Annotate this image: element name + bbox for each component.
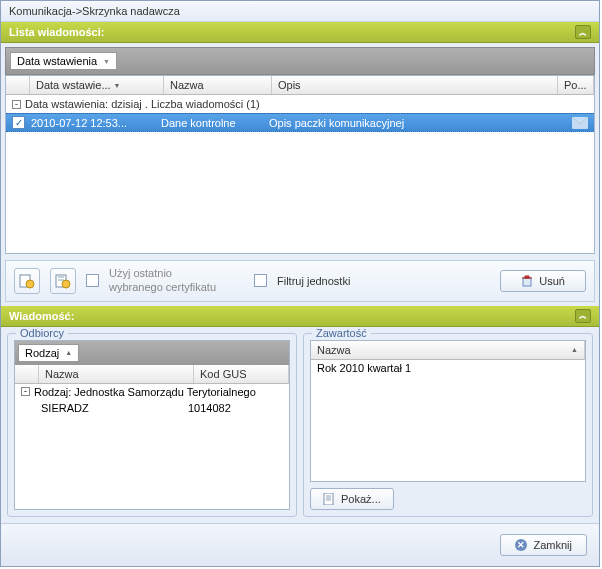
content-col[interactable]: Nazwa ▲ — [311, 341, 585, 359]
section-title-2: Wiadomość: — [9, 310, 74, 322]
message-detail-area: Odbiorcy Rodzaj ▲ Nazwa Kod GUS - Ro — [1, 327, 599, 524]
message-list-area: Data wstawienia ▼ Data wstawie... ▼ Nazw… — [1, 43, 599, 306]
recipients-group-bar: Rodzaj ▲ — [15, 341, 289, 365]
svg-rect-6 — [324, 493, 333, 505]
cell-name: Dane kontrolne — [161, 117, 269, 129]
use-last-cert-checkbox[interactable] — [86, 274, 99, 287]
content-fieldset: Zawartość Nazwa ▲ Rok 2010 kwartał 1 Pok… — [303, 333, 593, 518]
cert-button-2[interactable] — [50, 268, 76, 294]
filter-units-checkbox[interactable] — [254, 274, 267, 287]
group-pill-label: Data wstawienia — [17, 55, 97, 67]
svg-point-4 — [62, 280, 70, 288]
section-title: Lista wiadomości: — [9, 26, 104, 38]
sort-desc-icon: ▼ — [114, 82, 121, 89]
table-row[interactable]: ✓ 2010-07-12 12:53... Dane kontrolne Opi… — [6, 113, 594, 132]
recipients-grid: Rodzaj ▲ Nazwa Kod GUS - Rodzaj: Jednost… — [14, 340, 290, 511]
col-expand[interactable] — [15, 365, 39, 383]
document-icon — [323, 493, 335, 505]
delete-icon — [521, 275, 533, 287]
sort-asc-icon-2: ▲ — [571, 346, 578, 353]
content-body: Rok 2010 kwartał 1 — [311, 360, 585, 482]
cert-button-1[interactable] — [14, 268, 40, 294]
close-icon: ✕ — [515, 539, 527, 551]
group-row[interactable]: - Data wstawienia: dzisiaj . Liczba wiad… — [6, 95, 594, 113]
col-kodgus[interactable]: Kod GUS — [194, 365, 289, 383]
recipients-body: - Rodzaj: Jednostka Samorządu Terytorial… — [15, 384, 289, 510]
main-window: Komunikacja->Skrzynka nadawcza Lista wia… — [0, 0, 600, 567]
column-date[interactable]: Data wstawie... ▼ — [30, 76, 164, 94]
cell-desc: Opis paczki komunikacyjnej — [269, 117, 572, 129]
group-row-label: Data wstawienia: dzisiaj . Liczba wiadom… — [25, 98, 260, 110]
recipients-legend: Odbiorcy — [16, 327, 68, 339]
collapse-icon[interactable]: - — [21, 387, 30, 396]
group-pill[interactable]: Data wstawienia ▼ — [10, 52, 117, 70]
breadcrumb: Komunikacja->Skrzynka nadawcza — [1, 1, 599, 22]
delete-button[interactable]: Usuń — [500, 270, 586, 292]
dialog-footer: ✕ Zamknij — [1, 523, 599, 566]
content-row[interactable]: Rok 2010 kwartał 1 — [311, 360, 585, 376]
col-nazwa[interactable]: Nazwa — [39, 365, 194, 383]
column-po[interactable]: Po... — [558, 76, 594, 94]
column-desc[interactable]: Opis — [272, 76, 558, 94]
svg-point-2 — [26, 280, 34, 288]
sort-asc-icon: ▲ — [65, 349, 72, 356]
collapse-group-icon[interactable]: - — [12, 100, 21, 109]
close-button[interactable]: ✕ Zamknij — [500, 534, 587, 556]
recipients-group-pill[interactable]: Rodzaj ▲ — [18, 344, 79, 362]
group-by-bar: Data wstawienia ▼ — [5, 47, 595, 75]
filter-units-label: Filtruj jednostki — [277, 275, 350, 287]
column-name[interactable]: Nazwa — [164, 76, 272, 94]
collapse-button[interactable]: ︽ — [575, 25, 591, 39]
recipients-group-row[interactable]: - Rodzaj: Jednostka Samorządu Terytorial… — [15, 384, 289, 400]
cell-nazwa: SIERADZ — [41, 402, 188, 414]
cell-kodgus: 1014082 — [188, 402, 283, 414]
grid-header: Data wstawie... ▼ Nazwa Opis Po... — [6, 76, 594, 95]
recipients-row[interactable]: SIERADZ 1014082 — [15, 400, 289, 416]
envelope-icon — [572, 117, 588, 129]
section-header-list: Lista wiadomości: ︽ — [1, 22, 599, 43]
section-header-message: Wiadomość: ︽ — [1, 306, 599, 327]
show-button[interactable]: Pokaż... — [310, 488, 394, 510]
recipients-header: Nazwa Kod GUS — [15, 365, 289, 384]
recipients-fieldset: Odbiorcy Rodzaj ▲ Nazwa Kod GUS - Ro — [7, 333, 297, 518]
content-grid: Nazwa ▲ Rok 2010 kwartał 1 — [310, 340, 586, 483]
row-checkbox[interactable]: ✓ — [12, 116, 25, 129]
content-legend: Zawartość — [312, 327, 371, 339]
use-last-cert-label: Użyj ostatnio wybranego certyfikatu — [109, 267, 216, 295]
svg-rect-5 — [523, 278, 531, 286]
messages-grid: Data wstawie... ▼ Nazwa Opis Po... - Dat… — [5, 75, 595, 254]
collapse-button-2[interactable]: ︽ — [575, 309, 591, 323]
content-actions: Pokaż... — [310, 488, 586, 510]
grid-toolbar: Użyj ostatnio wybranego certyfikatu Filt… — [5, 260, 595, 302]
column-expand[interactable] — [6, 76, 30, 94]
content-header: Nazwa ▲ — [311, 341, 585, 360]
grid-body: - Data wstawienia: dzisiaj . Liczba wiad… — [6, 95, 594, 253]
chevron-down-icon: ▼ — [103, 58, 110, 65]
cell-date: 2010-07-12 12:53... — [31, 117, 161, 129]
